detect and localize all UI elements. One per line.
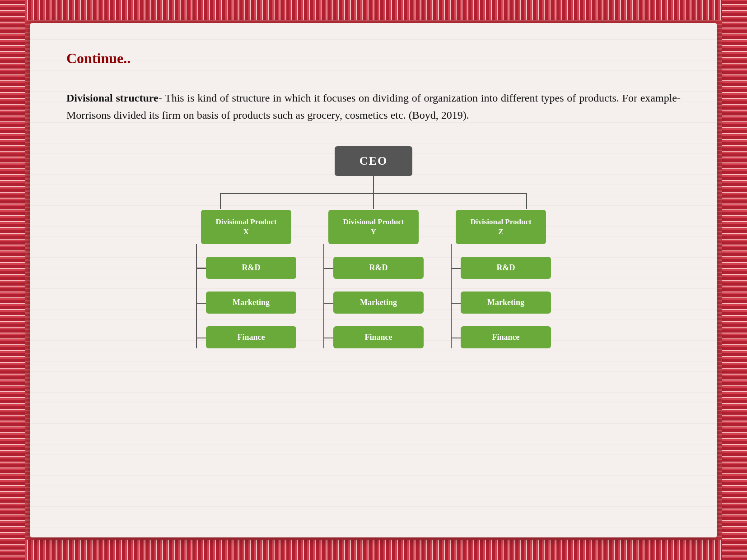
slide-content: Continue.. Divisional structure- This is… xyxy=(30,23,717,367)
y-rd-label: R&D xyxy=(369,263,388,272)
ceo-vertical-connector xyxy=(373,176,374,193)
x-finance-label: Finance xyxy=(238,333,265,342)
sub-items-z: R&D Marketing Finance xyxy=(451,244,551,348)
x-finance-row: Finance xyxy=(206,326,296,348)
body-rest: - This is kind of structure in which it … xyxy=(66,92,681,121)
z-finance-row: Finance xyxy=(461,326,551,348)
ceo-box: CEO xyxy=(335,146,412,176)
slide-title: Continue.. xyxy=(66,50,681,67)
right-stripe xyxy=(722,0,747,560)
divisional-x-box: Divisional ProductX xyxy=(201,210,291,244)
divisional-z-label: Divisional ProductZ xyxy=(470,218,531,236)
z-marketing-label: Marketing xyxy=(487,298,524,307)
top-stripe xyxy=(0,0,747,20)
org-column-z: Divisional ProductZ R&D Marketing xyxy=(451,210,551,348)
horizontal-connector xyxy=(220,193,527,194)
z-finance-label: Finance xyxy=(492,333,520,342)
x-rd-row: R&D xyxy=(206,257,296,279)
x-finance-box: Finance xyxy=(206,326,296,348)
x-rd-label: R&D xyxy=(242,263,261,272)
z-marketing-box: Marketing xyxy=(461,292,551,314)
sub-items-y: R&D Marketing Finance xyxy=(323,244,424,348)
y-marketing-box: Marketing xyxy=(333,292,424,314)
y-marketing-label: Marketing xyxy=(360,298,397,307)
bold-term: Divisional structure xyxy=(66,92,159,104)
x-marketing-label: Marketing xyxy=(233,298,270,307)
left-stripe xyxy=(0,0,25,560)
body-paragraph: Divisional structure- This is kind of st… xyxy=(66,89,681,124)
z-vbar xyxy=(451,244,452,348)
z-rd-box: R&D xyxy=(461,257,551,279)
z-marketing-row: Marketing xyxy=(461,292,551,314)
divisional-y-box: Divisional ProductY xyxy=(328,210,419,244)
y-vbar xyxy=(323,244,324,348)
x-vbar xyxy=(196,244,197,348)
org-column-x: Divisional ProductX R&D xyxy=(196,210,296,348)
y-rd-row: R&D xyxy=(333,257,424,279)
divisional-z-box: Divisional ProductZ xyxy=(456,210,546,244)
z-rd-label: R&D xyxy=(497,263,515,272)
x-marketing-row: Marketing xyxy=(206,292,296,314)
z-finance-box: Finance xyxy=(461,326,551,348)
y-finance-label: Finance xyxy=(365,333,392,342)
center-drop xyxy=(373,193,374,209)
sub-items-x: R&D Marketing Finance xyxy=(196,244,296,348)
left-drop xyxy=(220,193,221,209)
x-marketing-box: Marketing xyxy=(206,292,296,314)
columns-row: Divisional ProductX R&D xyxy=(196,210,551,348)
y-marketing-row: Marketing xyxy=(333,292,424,314)
org-chart: CEO Divisional ProductX xyxy=(66,146,681,348)
org-column-y: Divisional ProductY R&D Marketing xyxy=(323,210,424,348)
divisional-y-label: Divisional ProductY xyxy=(343,218,404,236)
divisional-x-label: Divisional ProductX xyxy=(215,218,276,236)
y-finance-box: Finance xyxy=(333,326,424,348)
bottom-stripe xyxy=(0,540,747,560)
x-rd-box: R&D xyxy=(206,257,296,279)
z-rd-row: R&D xyxy=(461,257,551,279)
y-rd-box: R&D xyxy=(333,257,424,279)
y-finance-row: Finance xyxy=(333,326,424,348)
right-drop xyxy=(526,193,527,209)
slide-container: Continue.. Divisional structure- This is… xyxy=(30,23,717,537)
